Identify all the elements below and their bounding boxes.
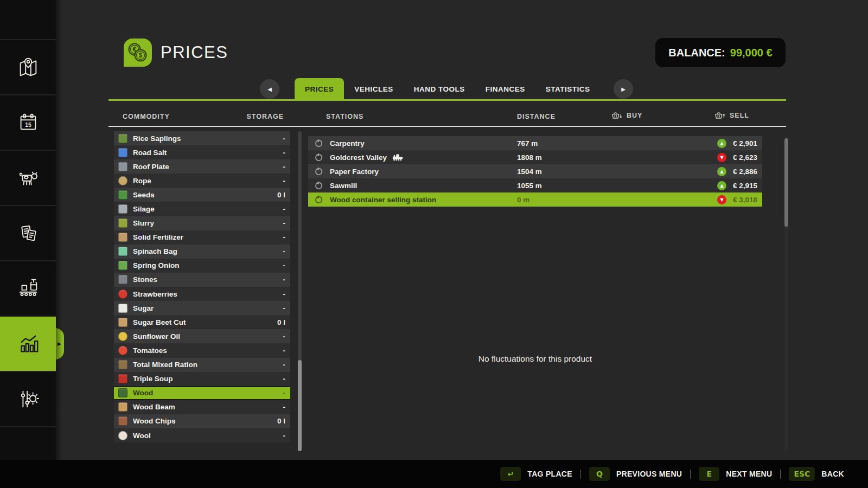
settings-sliders-icon — [16, 387, 41, 412]
commodity-row[interactable]: Wool - — [114, 428, 290, 442]
tab-label: HAND TOOLS — [414, 85, 465, 93]
commodity-storage-value: 0 l — [277, 417, 285, 425]
commodity-row[interactable]: Slurry - — [114, 216, 290, 230]
station-distance: 767 m — [517, 139, 538, 147]
column-distance: DISTANCE — [517, 113, 556, 120]
hint-next-menu[interactable]: E NEXT MENU — [699, 467, 772, 481]
commodity-row[interactable]: Sugar Beet Cut 0 l — [114, 315, 290, 329]
commodity-name: Rope — [133, 177, 151, 185]
stones-icon — [118, 275, 127, 284]
roof-plate-icon — [118, 162, 127, 171]
stations-scrollbar-thumb[interactable] — [784, 138, 788, 227]
commodity-name: Sugar — [133, 304, 154, 312]
column-commodity: COMMODITY — [123, 113, 170, 120]
commodity-row[interactable]: Sugar - — [114, 301, 290, 315]
commodity-row[interactable]: Silage - — [114, 202, 290, 216]
sidebar-item-settings[interactable] — [0, 372, 56, 427]
commodity-row[interactable]: Rice Saplings - — [114, 131, 290, 145]
station-hotspot-icon — [314, 181, 323, 190]
commodity-row[interactable]: Roof Plate - — [114, 159, 290, 174]
statistics-icon — [16, 331, 41, 356]
next-tab-button[interactable]: ▶ — [614, 79, 633, 99]
commodity-row[interactable]: Rope - — [114, 174, 290, 188]
key-badge: E — [699, 467, 719, 481]
sidebar-item-production[interactable] — [0, 261, 56, 317]
sidebar-item-animals[interactable] — [0, 151, 56, 206]
station-row[interactable]: Carpentry 767 m ▲ € 2,901 — [308, 136, 762, 150]
balance-display: BALANCE: 99,000 € — [655, 38, 786, 67]
previous-tab-button[interactable]: ◀ — [260, 79, 279, 99]
footer-divider — [690, 470, 691, 479]
station-row[interactable]: Wood container selling station 0 m ▼ € 3… — [308, 192, 762, 207]
hint-previous-menu[interactable]: Q PREVIOUS MENU — [589, 467, 682, 481]
commodity-row[interactable]: Sunflower Oil - — [114, 329, 290, 343]
commodity-row[interactable]: Triple Soup - — [114, 372, 290, 386]
commodity-storage-value: - — [283, 290, 286, 298]
tab-hand-tools[interactable]: HAND TOOLS — [404, 78, 475, 100]
commodity-row[interactable]: Seeds 0 l — [114, 188, 290, 202]
commodity-name: Sunflower Oil — [133, 332, 180, 341]
column-buy-label: BUY — [627, 112, 642, 119]
commodity-name: Silage — [133, 205, 155, 213]
commodity-row[interactable]: Strawberries - — [114, 287, 290, 301]
sidebar-item-contracts[interactable] — [0, 206, 56, 261]
tab-finances[interactable]: FINANCES — [475, 78, 535, 100]
wood-beam-icon — [118, 402, 127, 412]
tab-label: VEHICLES — [354, 85, 393, 93]
commodity-row[interactable]: Wood - — [114, 386, 290, 400]
commodity-row[interactable]: Wood Chips 0 l — [114, 414, 290, 428]
right-arrow-icon: ▶ — [621, 86, 626, 92]
hint-tag-place[interactable]: ↵ TAG PLACE — [500, 467, 572, 481]
wood-chips-icon — [118, 416, 127, 426]
commodity-row[interactable]: Stones - — [114, 273, 290, 287]
commodity-row[interactable]: Total Mixed Ration - — [114, 358, 290, 372]
sugar-beet-cut-icon — [118, 318, 127, 327]
tab-statistics[interactable]: STATISTICS — [535, 78, 601, 100]
commodity-scrollbar — [298, 131, 302, 451]
sidebar-item-map[interactable] — [0, 40, 56, 95]
commodity-row[interactable]: Tomatoes - — [114, 343, 290, 357]
key-badge: ESC — [789, 467, 815, 481]
commodity-name: Wool — [133, 432, 151, 440]
station-name: Sawmill — [330, 182, 357, 190]
commodity-row[interactable]: Solid Fertilizer - — [114, 230, 290, 245]
footer-divider — [780, 470, 781, 479]
commodity-name: Road Salt — [133, 149, 167, 157]
commodity-row[interactable]: Spring Onion - — [114, 259, 290, 273]
commodity-storage-value: - — [283, 304, 286, 312]
commodity-name: Wood — [133, 389, 153, 397]
station-distance: 1504 m — [517, 168, 542, 176]
commodity-name: Spinach Bag — [133, 247, 177, 255]
tomatoes-icon — [118, 346, 127, 355]
tab-prices[interactable]: PRICES — [295, 78, 344, 100]
station-hotspot-icon — [314, 139, 323, 148]
station-row[interactable]: Sawmill 1055 m ▲ € 2,915 — [308, 178, 762, 192]
station-row[interactable]: Goldcrest Valley 1808 m ▼ € 2,623 — [308, 150, 762, 164]
tab-label: STATISTICS — [546, 85, 590, 93]
sidebar-item-statistics[interactable]: ▶ — [0, 317, 56, 372]
hint-back[interactable]: ESC BACK — [789, 467, 844, 481]
spring-onion-icon — [118, 261, 127, 270]
commodity-name: Sugar Beet Cut — [133, 318, 186, 326]
price-trend-icon: ▲ — [717, 181, 726, 190]
svg-text:$: $ — [139, 52, 143, 59]
wool-icon — [118, 431, 127, 440]
commodity-name: Wood Chips — [133, 417, 176, 425]
station-name: Paper Factory — [330, 168, 379, 176]
main-menu-sidebar: 15 — [0, 0, 56, 460]
wood-icon — [118, 388, 127, 397]
left-arrow-icon: ◀ — [267, 86, 272, 92]
commodity-row[interactable]: Road Salt - — [114, 145, 290, 159]
price-trend-icon: ▼ — [717, 153, 726, 162]
commodity-scrollbar-thumb[interactable] — [298, 360, 302, 451]
hint-label: TAG PLACE — [527, 470, 572, 478]
commodity-row[interactable]: Spinach Bag - — [114, 245, 290, 259]
commodity-name: Triple Soup — [133, 375, 173, 383]
station-sell-price: € 2,901 — [733, 139, 757, 147]
tab-vehicles[interactable]: VEHICLES — [344, 78, 404, 100]
map-icon — [16, 55, 41, 80]
commodity-name: Total Mixed Ration — [133, 361, 197, 369]
station-row[interactable]: Paper Factory 1504 m ▲ € 2,886 — [308, 164, 762, 178]
commodity-row[interactable]: Wood Beam - — [114, 400, 290, 414]
station-name: Carpentry — [330, 139, 365, 147]
